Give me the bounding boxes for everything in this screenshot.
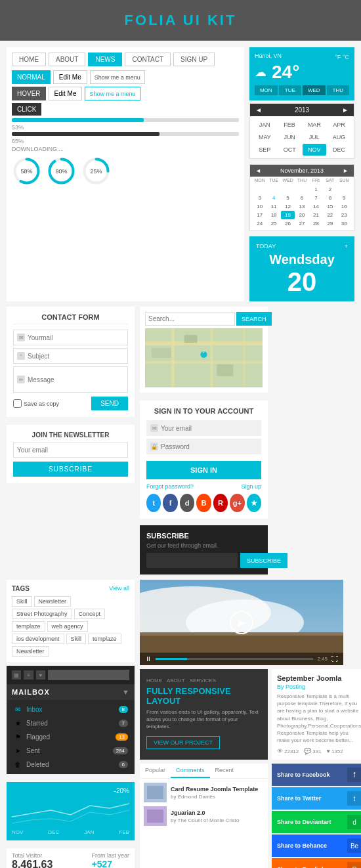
share-facebook[interactable]: Share to Facebook f — [272, 764, 361, 786]
cal-oct[interactable]: OCT — [278, 144, 302, 156]
fullscreen-icon[interactable]: ⛶ — [331, 655, 338, 662]
signin-button[interactable]: SIGN IN — [146, 461, 261, 479]
social-deviantart[interactable]: d — [180, 494, 194, 512]
tag-3[interactable]: Concept — [74, 609, 106, 619]
mailbox-inbox[interactable]: ✉ Inbox 8 — [7, 703, 135, 716]
cal-next-year-icon[interactable]: ► — [342, 106, 349, 114]
cal-d-15[interactable]: 15 — [323, 202, 337, 211]
cal-d-4[interactable]: 4 — [266, 194, 280, 202]
cal-d-3[interactable]: 3 — [253, 194, 266, 202]
subscribe-button[interactable]: SUBSCRIBE — [13, 462, 128, 477]
promo-nav-home[interactable]: HOME — [146, 678, 162, 684]
cal-d-18[interactable]: 18 — [266, 211, 280, 219]
save-copy-check[interactable] — [13, 399, 22, 408]
cal-d-13[interactable]: 13 — [295, 202, 308, 211]
tab-popular[interactable]: Popular — [140, 764, 171, 778]
signin-password-input[interactable] — [161, 443, 257, 450]
click-button[interactable]: CLICK — [12, 103, 41, 116]
share-behance[interactable]: Share to Behance Be — [272, 835, 361, 857]
cal-d-8[interactable]: 8 — [323, 194, 337, 202]
nav-news[interactable]: NEWS — [88, 53, 122, 66]
social-twitter[interactable]: t — [146, 494, 161, 512]
cal-d-30[interactable]: 30 — [337, 219, 351, 228]
pause-button[interactable]: ⏸ — [145, 655, 152, 662]
show-menu-button-2[interactable]: Show me a menu — [85, 87, 140, 100]
cal-nov[interactable]: NOV — [303, 144, 327, 156]
cal-dec[interactable]: DEC — [327, 144, 351, 156]
mailbox-grid-icon[interactable]: ▦ — [12, 670, 21, 680]
social-googleplus[interactable]: g+ — [230, 494, 244, 512]
cal-prev-year-icon[interactable]: ◄ — [255, 106, 262, 114]
promo-nav-services[interactable]: SERVICES — [190, 678, 216, 684]
cal-d-25[interactable]: 25 — [266, 219, 280, 228]
mailbox-sent[interactable]: ➤ Sent 284 — [7, 744, 135, 758]
cal-jun[interactable]: JUN — [278, 131, 302, 143]
cal-d-12[interactable]: 12 — [281, 202, 295, 211]
promo-nav-about[interactable]: ABOUT — [167, 678, 185, 684]
social-facebook[interactable]: f — [163, 494, 177, 512]
today-add-icon[interactable]: + — [345, 243, 348, 250]
cal-feb[interactable]: FEB — [278, 119, 302, 131]
share-twitter[interactable]: Share to Twitter t — [272, 787, 361, 810]
tag-2[interactable]: Street Photography — [12, 609, 72, 619]
cal-d-21[interactable]: 21 — [309, 211, 323, 219]
tab-comments[interactable]: Comments — [171, 764, 210, 778]
cal-d-9[interactable]: 9 — [337, 194, 351, 202]
cal-d-20[interactable]: 20 — [295, 211, 308, 219]
social-behance[interactable]: B — [196, 494, 211, 512]
tags-viewall[interactable]: View all — [109, 585, 129, 592]
tag-0[interactable]: Skill — [12, 596, 32, 607]
cal-d-24[interactable]: 24 — [253, 219, 266, 228]
tag-4[interactable]: templaze — [12, 621, 45, 632]
map-search-input[interactable] — [145, 312, 235, 326]
cal-d-5[interactable]: 5 — [281, 194, 295, 202]
message-input[interactable] — [28, 376, 124, 383]
social-rss[interactable]: R — [213, 494, 228, 512]
cal-may[interactable]: MAY — [253, 131, 277, 143]
mailbox-flagged[interactable]: ⚑ Flagged 13 — [7, 730, 135, 744]
nav-signup[interactable]: SIGN UP — [173, 53, 215, 66]
subscribe-btn[interactable]: SUBSCRIBE — [240, 553, 287, 568]
cal-d-14[interactable]: 14 — [309, 202, 323, 211]
normal-button[interactable]: NORMAL — [12, 70, 51, 84]
search-button[interactable]: SEARCH — [236, 312, 272, 326]
tag-8[interactable]: templaze — [88, 634, 121, 644]
cal-prev-month-icon[interactable]: ◄ — [255, 167, 261, 174]
play-button[interactable]: ▶ — [230, 611, 253, 634]
signup-link[interactable]: Sign up — [241, 483, 261, 490]
cal-d-19[interactable]: 19 — [281, 211, 295, 219]
tag-1[interactable]: Newsletter — [34, 596, 72, 607]
cal-d-26[interactable]: 26 — [281, 219, 295, 228]
social-other[interactable]: ★ — [247, 494, 261, 512]
cal-d-29[interactable]: 29 — [323, 219, 337, 228]
show-menu-button-1[interactable]: Show me a menu — [90, 70, 145, 84]
subject-input[interactable] — [28, 353, 124, 360]
tag-9[interactable]: Newsletter — [12, 646, 49, 657]
cal-d-1[interactable]: 1 — [309, 185, 323, 194]
nav-contact[interactable]: CONTACT — [125, 53, 171, 66]
mailbox-chevron-icon[interactable]: ▼ — [122, 688, 129, 696]
cal-d-11[interactable]: 11 — [266, 202, 280, 211]
mailbox-deleted[interactable]: 🗑 Deleted 6 — [7, 758, 135, 771]
cal-d-28[interactable]: 28 — [309, 219, 323, 228]
cal-next-month-icon[interactable]: ► — [343, 167, 349, 174]
send-button[interactable]: SEND — [91, 397, 128, 410]
cal-d-22[interactable]: 22 — [323, 211, 337, 219]
cal-aug[interactable]: AUG — [327, 131, 351, 143]
mailbox-list-icon[interactable]: ≡ — [24, 670, 33, 680]
edit-button-2[interactable]: Edit Me — [49, 87, 83, 100]
hover-button[interactable]: HOVER — [12, 87, 46, 100]
cal-d-27[interactable]: 27 — [295, 219, 308, 228]
cal-d-10[interactable]: 10 — [253, 202, 266, 211]
cal-d-23[interactable]: 23 — [337, 211, 351, 219]
cal-sep[interactable]: SEP — [253, 144, 277, 156]
tab-recent[interactable]: Recent — [210, 764, 240, 778]
cal-d-17[interactable]: 17 — [253, 211, 266, 219]
tag-6[interactable]: ios development — [12, 634, 64, 644]
nav-about[interactable]: ABOUT — [49, 53, 85, 66]
cal-mar[interactable]: MAR — [303, 119, 327, 131]
share-rss[interactable]: Share to Rss link R — [272, 858, 361, 868]
mailbox-search-input[interactable] — [48, 670, 129, 680]
cal-d-2[interactable]: 2 — [323, 185, 337, 194]
nav-home[interactable]: HOME — [12, 53, 46, 66]
